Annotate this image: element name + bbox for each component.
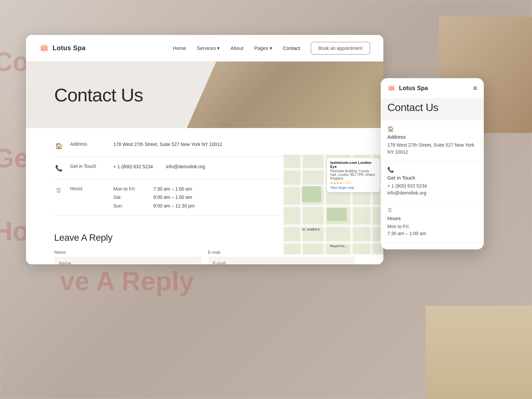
- address-icon: 🏠: [54, 141, 64, 151]
- mobile-address-label: Address: [387, 134, 477, 140]
- phone-icon: 📞: [54, 164, 64, 173]
- lotus-icon: 🪷: [39, 44, 49, 53]
- name-label: Name: [54, 250, 201, 255]
- hours-weekday: Mon to Fri: 7:30 am – 1:00 am: [113, 185, 195, 193]
- map-label-royal: Royal Fes...: [330, 244, 347, 248]
- map-park-2: [327, 208, 347, 221]
- weekday-label: Mon to Fri:: [113, 185, 147, 193]
- view-larger-map-link[interactable]: View larger map: [330, 186, 377, 190]
- navbar: 🪷 Lotus Spa Home Services ▾ About Pages …: [26, 35, 383, 62]
- email-input[interactable]: [208, 257, 355, 264]
- map-street-v1: [300, 155, 303, 254]
- desktop-card: 🪷 Lotus Spa Home Services ▾ About Pages …: [26, 35, 383, 264]
- mobile-hero: Contact Us: [381, 98, 484, 120]
- map-street-h5: [284, 241, 383, 244]
- pages-dropdown-icon: ▾: [270, 45, 272, 51]
- mobile-navbar: 🪷 Lotus Spa ≡: [381, 78, 484, 98]
- address-label: Address: [70, 141, 107, 147]
- mobile-phone-number: + 1 (800) 632 5234: [387, 183, 477, 190]
- mobile-card: 🪷 Lotus Spa ≡ Contact Us 🏠 Address 178 W…: [381, 78, 484, 249]
- mobile-hours-label: Hours: [387, 215, 477, 221]
- mobile-hours-icon: 🗓: [387, 207, 477, 213]
- map-street-h3: [284, 204, 383, 207]
- mobile-address-row: 🏠 Address 178 West 27th Street, Suite 52…: [381, 120, 484, 161]
- email-address: info@demolink.org: [166, 163, 205, 170]
- hours-sunday: Sun: 9:00 am – 11:30 pm: [113, 202, 195, 209]
- nav-services[interactable]: Services ▾: [197, 45, 220, 51]
- nav-about[interactable]: About: [230, 45, 243, 51]
- map-street-h4: [284, 224, 383, 227]
- address-value: 178 West 27th Street, Suite 527 New York…: [113, 141, 222, 148]
- services-dropdown-icon: ▾: [217, 45, 220, 51]
- address-row: 🏠 Address 178 West 27th Street, Suite 52…: [54, 138, 355, 157]
- nav-contact[interactable]: Contact: [283, 45, 300, 51]
- contact-label: Get in Touch: [70, 164, 107, 169]
- map-park-1: [302, 186, 321, 202]
- map-title: lastminute.com London Eye: [330, 161, 377, 169]
- nav-pages[interactable]: Pages ▾: [254, 45, 272, 51]
- name-form-group: Name: [54, 250, 201, 264]
- saturday-label: Sat:: [113, 194, 147, 201]
- nav-links: Home Services ▾ About Pages ▾ Contact Bo…: [173, 42, 370, 55]
- mobile-contact-row: 📞 Get in Touch + 1 (800) 632 5234 info@d…: [381, 161, 484, 202]
- sunday-label: Sun:: [113, 202, 147, 209]
- mobile-weekday-time: 7:30 am – 1:00 am: [387, 231, 426, 236]
- logo-area[interactable]: 🪷 Lotus Spa: [39, 44, 85, 53]
- nav-home[interactable]: Home: [173, 45, 186, 51]
- contact-value: + 1 (800) 632 5234 info@demolink.org: [113, 163, 205, 170]
- mobile-address-icon: 🏠: [387, 126, 477, 132]
- mobile-contact-content: 🏠 Address 178 West 27th Street, Suite 52…: [381, 120, 484, 243]
- mobile-hours-weekday: Mon to Fri: 7:30 am – 1:00 am: [387, 223, 477, 237]
- hero-section: Contact Us: [26, 62, 383, 128]
- map-street-v2: [324, 155, 326, 254]
- mobile-logo-text: Lotus Spa: [399, 85, 428, 92]
- bg-text-reply: ve A Reply: [60, 266, 194, 297]
- name-input[interactable]: [54, 257, 201, 264]
- bg-image-bottom-right: [426, 306, 532, 399]
- hours-icon: 🗓: [54, 186, 64, 195]
- mobile-contact-label: Get in Touch: [387, 175, 477, 181]
- mobile-address-value: 178 West 27th Street, Suite 527 New York…: [387, 142, 477, 156]
- hours-value: Mon to Fri: 7:30 am – 1:00 am Sat: 9:00 …: [113, 185, 195, 209]
- map-overlay: lastminute.com London Eye Riverside Buil…: [327, 158, 380, 192]
- book-appointment-button[interactable]: Book an appointment: [311, 42, 370, 55]
- saturday-time: 9:00 am – 1:00 am: [153, 194, 192, 201]
- mobile-page-title: Contact Us: [387, 101, 477, 114]
- hours-label: Hours: [70, 186, 107, 191]
- mobile-menu-icon[interactable]: ≡: [473, 84, 477, 92]
- mobile-email-address: info@demolink.org: [387, 190, 477, 197]
- map-stars: ★★★★☆ 4.5: [330, 181, 377, 185]
- page-title: Contact Us: [26, 84, 143, 106]
- sunday-time: 9:00 am – 11:30 pm: [153, 202, 195, 209]
- hero-background-image: [187, 62, 383, 128]
- weekday-time: 7:30 am – 1:00 am: [153, 185, 192, 193]
- map-label-james: St. JAMES'S: [302, 228, 320, 231]
- logo-text: Lotus Spa: [53, 44, 85, 52]
- mobile-phone-icon: 📞: [387, 167, 477, 173]
- map-address: Riverside Building, County Hall, London …: [330, 169, 377, 180]
- map-panel: St. JAMES'S Royal Fes... lastminute.com …: [284, 155, 383, 254]
- mobile-weekday-label: Mon to Fri:: [387, 224, 410, 229]
- phone-number: + 1 (800) 632 5234: [113, 163, 153, 170]
- hours-saturday: Sat: 9:00 am – 1:00 am: [113, 194, 195, 201]
- mobile-hours-row: 🗓 Hours Mon to Fri: 7:30 am – 1:00 am: [381, 202, 484, 243]
- mobile-logo-icon: 🪷: [387, 84, 396, 92]
